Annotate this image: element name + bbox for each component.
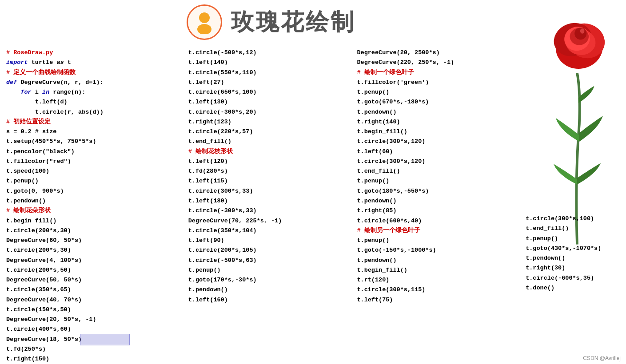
svg-point-0 bbox=[199, 12, 210, 23]
avatar bbox=[187, 4, 222, 40]
svg-point-9 bbox=[580, 28, 585, 34]
avatar-container bbox=[187, 4, 222, 40]
svg-point-1 bbox=[197, 24, 211, 34]
code-col-2: t.circle(-500*s,12)t.left(140)t.circle(5… bbox=[182, 44, 351, 355]
code-area: # RoseDraw.pyimport turtle as t# 定义一个曲线绘… bbox=[0, 44, 626, 355]
code-col-3: DegreeCurve(20, 2500*s)DegreeCurve(220, … bbox=[351, 44, 519, 355]
code-col-4: t.circle(300*s,100)t.end_fill()t.penup()… bbox=[519, 210, 626, 355]
svg-point-8 bbox=[574, 28, 586, 40]
code-col-1: # RoseDraw.pyimport turtle as t# 定义一个曲线绘… bbox=[0, 44, 182, 355]
watermark: CSDN @Avrillej bbox=[583, 355, 621, 361]
page-title: 玫瑰花绘制 bbox=[231, 7, 355, 38]
